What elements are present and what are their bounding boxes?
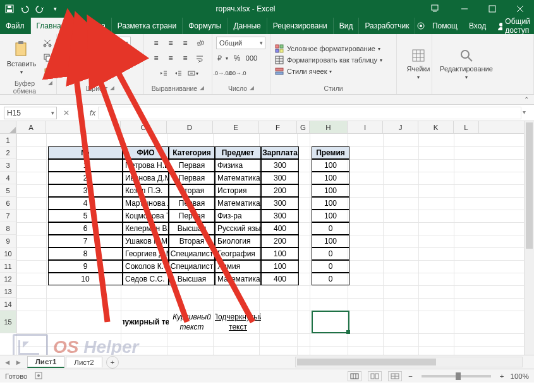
column-header-C[interactable]: C [121, 121, 167, 133]
paste-button[interactable]: Вставить ▾ [4, 39, 39, 76]
cell[interactable]: Категория [169, 146, 215, 159]
cell[interactable]: Иванова Д.М. [123, 172, 169, 184]
cell[interactable]: Ушаков П.М. [123, 235, 169, 247]
increase-font-icon[interactable]: A▴ [110, 52, 123, 64]
italic-button[interactable]: К [75, 52, 88, 64]
number-format-combo[interactable]: Общий [216, 37, 265, 49]
bold-button[interactable]: Ж [61, 52, 73, 64]
cell[interactable]: Зарплата [261, 146, 299, 159]
cell[interactable]: 100 [261, 260, 299, 273]
borders-icon[interactable]: ▾ [61, 67, 73, 80]
cell[interactable]: 300 [261, 159, 299, 172]
column-header-E[interactable]: E [213, 121, 259, 133]
save-icon[interactable] [4, 3, 15, 15]
cell[interactable]: Вторая [169, 184, 215, 197]
select-all-corner[interactable] [0, 121, 16, 133]
increase-decimal-icon[interactable]: .0→.00 [216, 67, 229, 80]
zoom-in-button[interactable]: + [500, 372, 504, 380]
column-header-G[interactable]: G [297, 121, 310, 133]
tab-view[interactable]: Вид [334, 18, 360, 34]
cell[interactable]: Специалист [169, 247, 215, 260]
fill-color-icon[interactable]: ▾ [75, 67, 88, 80]
cell[interactable]: Коцмонова Т.А. [123, 210, 169, 222]
comma-style-icon[interactable]: 000 [245, 52, 258, 64]
cell[interactable]: Вторая [169, 235, 215, 247]
cell[interactable]: Первая [169, 159, 215, 172]
editing-button[interactable]: Редактирование▾ [436, 47, 497, 81]
accounting-format-icon[interactable]: ₽▾ [216, 52, 229, 64]
cell[interactable]: Келерман В.И. [123, 222, 169, 235]
percent-icon[interactable]: % [231, 52, 243, 64]
cells-button[interactable]: Ячейки▾ [401, 47, 436, 81]
row-header-8[interactable]: 8 [0, 222, 16, 235]
cell[interactable]: Физ-ра [215, 210, 261, 222]
underline-button[interactable]: Ч▾ [90, 52, 102, 64]
font-color-icon[interactable]: A▾ [90, 67, 102, 80]
cell[interactable]: 4 [48, 197, 123, 210]
tab-review[interactable]: Рецензировани [267, 18, 334, 34]
macro-record-icon[interactable] [34, 371, 43, 381]
expand-formula-bar-icon[interactable]: ▾ [523, 109, 531, 117]
cell[interactable]: 10 [48, 273, 123, 285]
name-box[interactable]: H15 [4, 107, 57, 119]
sheet-nav-prev-icon[interactable]: ◄ [4, 359, 11, 366]
cell[interactable]: ФИО [123, 146, 169, 159]
cell[interactable]: 8 [48, 247, 123, 260]
tab-developer[interactable]: Разработчик [359, 18, 415, 34]
row-header-7[interactable]: 7 [0, 210, 16, 222]
wrap-text-icon[interactable] [193, 52, 206, 64]
sheet-nav-next-icon[interactable]: ► [15, 359, 21, 366]
cell[interactable]: Полужирный текст [123, 311, 169, 333]
row-header-15[interactable]: 15 [0, 311, 16, 333]
align-center-icon[interactable]: ≡ [164, 52, 177, 64]
cell[interactable]: Высшая [169, 222, 215, 235]
dialog-launcher-icon[interactable]: ◢ [250, 85, 254, 92]
column-header-J[interactable]: J [383, 121, 418, 133]
enter-formula-icon[interactable]: ✓ [73, 107, 87, 119]
cell[interactable]: № [48, 146, 123, 159]
column-header-F[interactable]: F [259, 121, 297, 133]
cell[interactable]: Математика [215, 273, 261, 285]
qat-customize-icon[interactable]: ▾ [49, 3, 61, 15]
row-header-11[interactable]: 11 [0, 260, 16, 273]
sign-in-button[interactable]: Вход [463, 21, 492, 30]
cell[interactable]: 300 [261, 197, 299, 210]
page-break-view-icon[interactable] [388, 371, 402, 381]
row-header-14[interactable]: 14 [0, 298, 16, 311]
cell[interactable]: Высшая [169, 273, 215, 285]
decrease-decimal-icon[interactable]: .00→.0 [231, 67, 243, 80]
align-middle-icon[interactable]: ≡ [164, 37, 177, 49]
spreadsheet-grid[interactable]: ABCDEFGHIJKL 123456789101112131415№ФИОКа… [0, 121, 534, 355]
row-header-6[interactable]: 6 [0, 197, 16, 210]
cell[interactable]: История [215, 184, 261, 197]
align-bottom-icon[interactable]: ≡ [179, 37, 191, 49]
row-header-4[interactable]: 4 [0, 172, 16, 184]
row-header-9[interactable]: 9 [0, 235, 16, 247]
cell[interactable]: 6 [48, 222, 123, 235]
dialog-launcher-icon[interactable]: ◢ [200, 85, 204, 92]
zoom-out-button[interactable]: − [408, 372, 413, 380]
cell[interactable]: 100 [312, 184, 349, 197]
cell[interactable]: 9 [48, 260, 123, 273]
column-header-B[interactable]: B [46, 121, 121, 133]
fx-icon[interactable]: fx [87, 109, 98, 117]
cell[interactable]: Петрова Н.В. [123, 159, 169, 172]
cell[interactable]: 0 [312, 247, 349, 260]
row-header-1[interactable]: 1 [0, 134, 16, 146]
cell[interactable]: 0 [312, 260, 349, 273]
conditional-formatting-button[interactable]: Условное форматирование▾ [274, 44, 382, 54]
tell-me-icon[interactable] [415, 21, 426, 30]
font-size-combo[interactable]: 11 [111, 37, 131, 49]
cell[interactable]: География [215, 247, 261, 260]
column-header-I[interactable]: I [348, 121, 383, 133]
ribbon-display-options-icon[interactable] [430, 4, 451, 15]
cell[interactable]: 300 [261, 210, 299, 222]
formula-input[interactable] [98, 107, 521, 119]
zoom-level[interactable]: 100% [511, 372, 529, 380]
row-header-13[interactable]: 13 [0, 285, 16, 298]
cell[interactable]: 100 [312, 235, 349, 247]
font-name-combo[interactable]: Calibri [61, 37, 109, 49]
cell[interactable]: 0 [312, 222, 349, 235]
page-layout-view-icon[interactable] [368, 371, 382, 381]
cell[interactable]: Физика [215, 159, 261, 172]
